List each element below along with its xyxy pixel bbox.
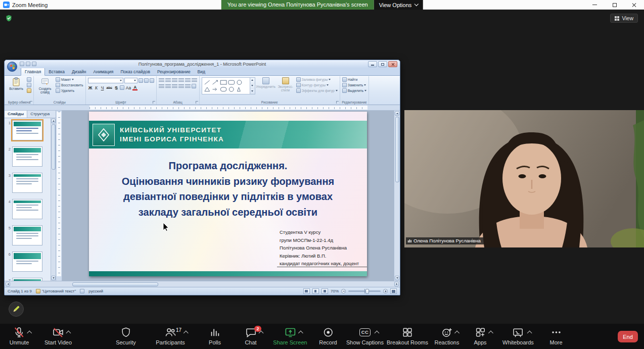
maximize-button[interactable]: [605, 0, 624, 10]
paste-button[interactable]: Вставить: [7, 77, 25, 90]
tab-animation[interactable]: Анимация: [90, 68, 117, 75]
view-layout-button[interactable]: View: [610, 14, 638, 23]
slider-thumb[interactable]: [365, 289, 369, 294]
slide-thumbnail-4[interactable]: [12, 199, 42, 219]
chevron-up-icon[interactable]: [527, 331, 532, 336]
font-color-button[interactable]: А: [132, 85, 137, 90]
show-captions-button[interactable]: CC Show Captions: [346, 326, 384, 345]
dialog-launcher-icon[interactable]: [153, 101, 155, 104]
chevron-up-icon[interactable]: [259, 331, 264, 336]
copy-icon[interactable]: [27, 83, 31, 87]
replace-button[interactable]: Заменить: [342, 83, 366, 87]
security-button[interactable]: Security: [116, 326, 136, 345]
chevron-up-icon[interactable]: [375, 331, 380, 336]
font-name-select[interactable]: [88, 78, 123, 83]
slide-thumbnail-2[interactable]: [12, 146, 42, 167]
breakout-rooms-button[interactable]: Breakout Rooms: [387, 326, 428, 345]
align-right-icon[interactable]: [172, 84, 177, 88]
horizontal-ruler[interactable]: [5, 105, 400, 111]
numbering-icon[interactable]: [165, 78, 171, 82]
ppt-maximize-button[interactable]: [378, 61, 387, 67]
slideshow-button[interactable]: [321, 288, 328, 294]
whiteboards-button[interactable]: Whiteboards: [502, 326, 534, 345]
change-case-button[interactable]: Аа: [125, 85, 132, 90]
slide-sorter-button[interactable]: [312, 288, 319, 294]
select-button[interactable]: Выделить: [342, 88, 366, 93]
scrollbar-thumb[interactable]: [395, 117, 399, 182]
view-options-button[interactable]: View Options: [374, 0, 423, 10]
bold-button[interactable]: Ж: [88, 85, 93, 90]
delete-button[interactable]: Удалить: [56, 88, 83, 93]
save-icon[interactable]: [20, 62, 24, 66]
ppt-minimize-button[interactable]: [368, 61, 377, 67]
dialog-launcher-icon[interactable]: [30, 101, 32, 104]
reactions-button[interactable]: Reactions: [435, 326, 459, 345]
vertical-scrollbar[interactable]: [394, 111, 400, 281]
smartart-icon[interactable]: [192, 84, 196, 88]
dialog-launcher-icon[interactable]: [196, 101, 198, 104]
tab-home[interactable]: Главная: [21, 68, 45, 76]
increase-indent-icon[interactable]: [178, 78, 184, 82]
zoom-slider[interactable]: [348, 290, 381, 292]
new-slide-button[interactable]: Создать слайд: [36, 77, 54, 94]
record-button[interactable]: Record: [319, 326, 337, 345]
office-button[interactable]: [7, 62, 17, 72]
participants-button[interactable]: Participants 17: [156, 326, 185, 345]
zoom-in-button[interactable]: [383, 289, 388, 293]
clear-formatting-icon[interactable]: [150, 78, 154, 83]
apps-button[interactable]: Apps: [474, 326, 486, 345]
font-size-select[interactable]: [124, 78, 137, 83]
chevron-up-icon[interactable]: [27, 331, 32, 336]
layout-button[interactable]: Макет: [56, 77, 83, 82]
scrollbar-thumb[interactable]: [52, 124, 56, 170]
shape-outline-button[interactable]: Контур фигуры: [296, 83, 338, 87]
panel-scrollbar[interactable]: [51, 118, 56, 281]
minimize-button[interactable]: [585, 0, 605, 10]
tab-insert[interactable]: Вставка: [45, 68, 68, 75]
scrollbar-thumb[interactable]: [72, 282, 158, 286]
line-spacing-icon[interactable]: [185, 78, 191, 82]
chat-button[interactable]: Chat 2: [245, 326, 257, 345]
chevron-up-icon[interactable]: [455, 331, 460, 336]
underline-button[interactable]: Ч: [100, 85, 105, 90]
close-button[interactable]: [624, 0, 644, 10]
align-center-icon[interactable]: [165, 84, 171, 88]
undo-icon[interactable]: [26, 62, 30, 66]
normal-view-button[interactable]: [303, 288, 310, 294]
text-shadow-button[interactable]: S: [114, 85, 119, 90]
participant-video-tile[interactable]: Олена Політунова Русланівна: [404, 110, 644, 247]
more-button[interactable]: More: [549, 326, 562, 345]
slide-thumbnail-5[interactable]: [12, 225, 42, 245]
character-spacing-icon[interactable]: [120, 85, 124, 90]
reset-button[interactable]: Восстановить: [56, 83, 83, 87]
chevron-up-icon[interactable]: [66, 331, 71, 336]
decrease-indent-icon[interactable]: [172, 78, 177, 82]
slide-canvas[interactable]: КИЇВСЬКИЙ УНІВЕРСИТЕТ ІМЕНІ БОРИСА ГРІНЧ…: [89, 112, 367, 276]
panel-tab-outline[interactable]: Структура: [27, 111, 53, 118]
fit-to-window-button[interactable]: [390, 288, 397, 294]
annotate-button[interactable]: [9, 302, 24, 317]
panel-tab-slides[interactable]: Слайды: [5, 111, 27, 118]
shapes-gallery-scroll[interactable]: [250, 77, 255, 94]
format-painter-icon[interactable]: [27, 88, 31, 93]
slide-thumbnail-3[interactable]: [12, 173, 42, 193]
security-shield-icon[interactable]: [5, 14, 13, 22]
ppt-close-button[interactable]: [388, 61, 397, 67]
tab-slideshow[interactable]: Показ слайдов: [117, 68, 154, 75]
horizontal-scrollbar[interactable]: [5, 281, 400, 287]
chevron-up-icon[interactable]: [488, 331, 493, 336]
find-button[interactable]: Найти: [342, 77, 366, 82]
dialog-launcher-icon[interactable]: [336, 101, 339, 104]
columns-icon[interactable]: [185, 84, 191, 88]
spellcheck-icon[interactable]: [80, 289, 84, 293]
unmute-button[interactable]: Unmute: [10, 326, 29, 345]
grow-font-icon[interactable]: [139, 78, 143, 83]
arrange-button[interactable]: Упорядочить: [257, 77, 275, 88]
chevron-up-icon[interactable]: [298, 331, 303, 336]
zoom-out-button[interactable]: [341, 289, 346, 293]
italic-button[interactable]: К: [94, 85, 99, 90]
start-video-button[interactable]: Start Video: [44, 326, 72, 345]
end-meeting-button[interactable]: End: [618, 331, 638, 342]
text-direction-icon[interactable]: [192, 78, 197, 82]
justify-icon[interactable]: [178, 84, 184, 88]
